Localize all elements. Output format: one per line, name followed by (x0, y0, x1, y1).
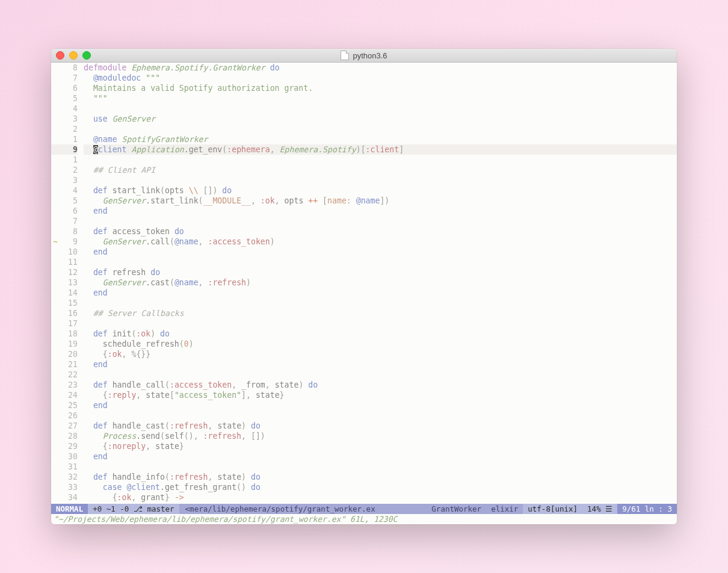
code-line[interactable]: end (84, 206, 677, 216)
window-title: python3.6 (51, 51, 677, 60)
code-line[interactable]: {:reply, state["access_token"], state} (84, 390, 677, 400)
code-line[interactable]: end (84, 400, 677, 410)
code-line[interactable]: def refresh do (84, 267, 677, 277)
code-line[interactable]: def handle_cast(:refresh, state) do (84, 421, 677, 431)
line-number-gutter: ~ 87654321912345678910111213141516171819… (51, 63, 84, 504)
code-line[interactable]: end (84, 451, 677, 462)
code-line[interactable]: {:noreply, state} (84, 441, 677, 451)
code-line[interactable] (84, 370, 677, 380)
statusline: NORMAL +0 ~1 -0 ⎇ master <mera/lib/ephem… (51, 504, 677, 514)
code-line[interactable]: def init(:ok) do (84, 329, 677, 339)
sign-column: ~ (51, 63, 58, 504)
git-stats: +0 ~1 -0 (93, 504, 129, 513)
editor-area[interactable]: ~ 87654321912345678910111213141516171819… (51, 63, 677, 504)
code-line[interactable]: end (84, 359, 677, 370)
code-line[interactable] (84, 216, 677, 226)
code-line[interactable] (84, 124, 677, 134)
code-line[interactable]: @client Application.get_env(:ephemera, E… (84, 144, 677, 155)
code-line[interactable]: def handle_info(:refresh, state) do (84, 472, 677, 482)
window-title-text: python3.6 (353, 51, 387, 60)
code-line[interactable] (84, 257, 677, 267)
code-line[interactable]: def handle_call(:access_token, _from, st… (84, 380, 677, 390)
code-line[interactable]: Maintains a valid Spotify authorization … (84, 83, 677, 93)
code-line[interactable]: {:ok, %{}} (84, 349, 677, 359)
scroll-percent: 14% ☰ (582, 504, 617, 514)
code-line[interactable]: ## Server Callbacks (84, 308, 677, 318)
filetype: elixir (486, 504, 523, 513)
code-line[interactable]: {:ok, grant} -> (84, 492, 677, 503)
code-line[interactable]: schedule_refresh(0) (84, 339, 677, 349)
code-line[interactable]: case @client.get_fresh_grant() do (84, 482, 677, 492)
code-line[interactable] (84, 104, 677, 114)
code-line[interactable]: def access_token do (84, 226, 677, 237)
code-line[interactable]: GenServer.start_link(__MODULE__, :ok, op… (84, 196, 677, 206)
code-line[interactable]: defmodule Ephemera.Spotify.GrantWorker d… (84, 63, 677, 73)
code-line[interactable]: end (84, 247, 677, 257)
terminal-window: python3.6 ~ 8765432191234567891011121314… (51, 49, 677, 524)
code-line[interactable]: use GenServer (84, 114, 677, 124)
git-branch: master (147, 504, 174, 513)
code-line[interactable]: end (84, 288, 677, 298)
code-line[interactable]: GenServer.cast(@name, :refresh) (84, 277, 677, 288)
vim-mode: NORMAL (51, 504, 88, 514)
document-icon (341, 51, 349, 60)
code-line[interactable] (84, 318, 677, 329)
code-line[interactable] (84, 410, 677, 421)
current-tag: GrantWorker (427, 504, 486, 513)
code-content[interactable]: defmodule Ephemera.Spotify.GrantWorker d… (84, 63, 677, 504)
file-path: <mera/lib/ephemera/spotify/grant_worker.… (179, 504, 381, 513)
code-line[interactable] (84, 155, 677, 165)
code-line[interactable]: GenServer.call(@name, :access_token) (84, 237, 677, 247)
code-line[interactable] (84, 298, 677, 308)
code-line[interactable]: Process.send(self(), :refresh, []) (84, 431, 677, 441)
code-line[interactable] (84, 175, 677, 185)
titlebar[interactable]: python3.6 (51, 49, 677, 63)
encoding: utf-8[unix] (523, 504, 582, 514)
command-line[interactable]: "~/Projects/Web/ephemera/lib/ephemera/sp… (51, 514, 677, 524)
code-line[interactable]: @moduledoc """ (84, 73, 677, 83)
cursor-position: 9/61 ln : 3 (617, 504, 677, 514)
code-line[interactable] (84, 462, 677, 472)
git-segment: +0 ~1 -0 ⎇ master (88, 504, 179, 514)
code-line[interactable]: @name SpotifyGrantWorker (84, 134, 677, 144)
code-line[interactable]: def start_link(opts \\ []) do (84, 185, 677, 196)
code-line[interactable]: ## Client API (84, 165, 677, 175)
gutter-sign: ~ (52, 237, 58, 247)
code-line[interactable]: """ (84, 93, 677, 104)
